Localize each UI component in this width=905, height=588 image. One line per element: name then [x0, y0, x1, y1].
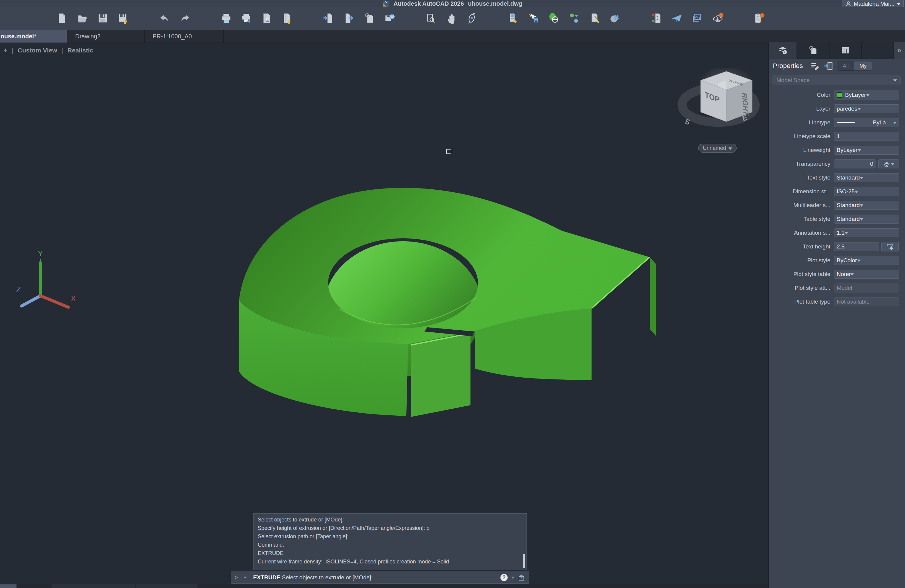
- property-value-select[interactable]: 1:1: [834, 228, 899, 237]
- property-row: Plot style tableNone: [769, 270, 905, 279]
- open-folder-icon[interactable]: [76, 12, 89, 25]
- pick-text-height-button[interactable]: [881, 242, 899, 251]
- save-icon[interactable]: [97, 12, 109, 25]
- file-tab-pr-1-1000-a0[interactable]: PR-1:1000_A0: [145, 30, 224, 43]
- property-row: Plot styleByColor: [769, 256, 905, 265]
- plot-preview-icon[interactable]: [240, 12, 253, 25]
- property-value-select[interactable]: ISO-25: [834, 187, 899, 196]
- import-icon[interactable]: [322, 12, 335, 25]
- tool-palettes-icon[interactable]: [507, 12, 520, 25]
- redo-icon[interactable]: [179, 12, 191, 25]
- property-value-select[interactable]: None: [834, 270, 899, 279]
- transparency-bylayer-button[interactable]: [878, 159, 899, 168]
- attach-icon[interactable]: [363, 12, 376, 25]
- undo-icon[interactable]: [158, 12, 171, 25]
- property-label: Plot table type: [769, 299, 834, 305]
- point-cloud-icon[interactable]: [609, 12, 621, 25]
- cloud-import-icon[interactable]: [711, 12, 724, 25]
- file-tab-ouse-model-[interactable]: ouse.model*: [0, 30, 67, 43]
- zoom-window-icon[interactable]: [425, 12, 438, 25]
- filter-my-button[interactable]: My: [854, 62, 872, 70]
- command-history-line: Command:: [258, 541, 527, 549]
- ucs-x-label: X: [71, 294, 76, 303]
- divider: |: [62, 46, 63, 54]
- command-prompt-icon[interactable]: >_: [235, 574, 242, 581]
- viewport-add-button[interactable]: +: [3, 46, 8, 54]
- new-file-icon[interactable]: [56, 12, 68, 25]
- group-edit-icon[interactable]: [548, 12, 560, 25]
- property-value-select[interactable]: paredes: [834, 104, 899, 113]
- toolbar-group: [220, 12, 294, 25]
- property-value-line[interactable]: ByLa...: [834, 118, 899, 127]
- share-icon[interactable]: [518, 574, 525, 581]
- property-value-select[interactable]: Standard: [834, 201, 899, 210]
- table-grid-icon: [840, 45, 851, 56]
- viewcube-cube[interactable]: TOP RIGHT BACK: [701, 72, 752, 122]
- help-icon[interactable]: ?: [500, 574, 508, 581]
- selection-type-dropdown[interactable]: Model Space: [773, 76, 901, 85]
- status-bar-segment[interactable]: [52, 585, 74, 588]
- plot-icon[interactable]: [220, 12, 233, 25]
- quick-select-icon[interactable]: [527, 12, 540, 25]
- user-account-button[interactable]: Madalena Mar...: [842, 0, 904, 8]
- user-name: Madalena Mar...: [854, 1, 894, 7]
- orbit-icon[interactable]: [466, 12, 478, 25]
- chevron-down-icon: [866, 94, 870, 98]
- export-icon[interactable]: [343, 12, 356, 25]
- tab-properties[interactable]: [769, 42, 797, 59]
- chevron-down-icon[interactable]: [244, 577, 247, 580]
- prompt-text: Select objects to extrude or [MOde]:: [282, 574, 373, 580]
- viewport-style-menu[interactable]: Realistic: [67, 47, 93, 54]
- pan-icon[interactable]: [445, 12, 458, 25]
- quick-access-toolbar: [0, 7, 905, 30]
- scrollbar-thumb[interactable]: [523, 554, 526, 568]
- measure-icon: [886, 242, 894, 251]
- tab-sheet-set[interactable]: [829, 42, 862, 59]
- property-value-select[interactable]: ByColor: [834, 256, 899, 265]
- viewport-view-menu[interactable]: Custom View: [17, 47, 57, 54]
- property-value-measure[interactable]: 2.5: [834, 242, 879, 251]
- file-tab-drawing2[interactable]: Drawing2: [67, 30, 145, 43]
- property-value-select[interactable]: Standard: [834, 215, 899, 224]
- model-viewport[interactable]: + | Custom View | Realistic Y Z X: [0, 43, 768, 585]
- tab-attachments[interactable]: [797, 42, 829, 59]
- command-history-line: EXTRUDE: [258, 549, 527, 558]
- render-window-icon[interactable]: [691, 12, 703, 25]
- property-value-transparency[interactable]: 0: [834, 159, 876, 168]
- status-bar-segment[interactable]: [74, 585, 135, 588]
- chevron-down-icon[interactable]: [511, 577, 514, 580]
- web-save-icon[interactable]: [384, 12, 396, 25]
- layer-compare-icon[interactable]: [650, 12, 663, 25]
- property-row: Dimension st...ISO-25: [769, 187, 905, 196]
- command-prompt-text[interactable]: EXTRUDE Select objects to extrude or [MO…: [253, 574, 373, 581]
- panel-title: Properties: [773, 62, 803, 70]
- status-bar-segment[interactable]: [17, 585, 51, 588]
- property-value-color[interactable]: ByLayer: [834, 91, 899, 100]
- command-line[interactable]: >_ EXTRUDE Select objects to extrude or …: [231, 571, 529, 584]
- save-as-icon[interactable]: [117, 12, 129, 25]
- extruded-solid-model[interactable]: [237, 180, 656, 420]
- property-value-select[interactable]: ByLayer: [834, 146, 899, 155]
- status-bar-segment[interactable]: [136, 585, 197, 588]
- share-icon[interactable]: [671, 12, 683, 25]
- chevron-down-icon: [897, 3, 900, 7]
- filter-all-button[interactable]: All: [837, 62, 854, 70]
- palette-expand-button[interactable]: »: [893, 42, 905, 59]
- plot-edit-icon[interactable]: [281, 12, 294, 25]
- macro-recorder-icon[interactable]: [753, 12, 765, 25]
- collapse-panel-icon[interactable]: [823, 61, 834, 71]
- page-setup-icon[interactable]: [261, 12, 273, 25]
- status-bar-segment[interactable]: [0, 585, 16, 588]
- property-value-input[interactable]: 1: [834, 132, 899, 141]
- named-view-dropdown[interactable]: Unnamed: [698, 144, 737, 153]
- selection-label: Model Space: [776, 77, 810, 84]
- properties-layers-icon: [778, 45, 788, 56]
- named-view-label: Unnamed: [703, 145, 726, 151]
- customize-list-icon[interactable]: [810, 61, 820, 71]
- property-value-select[interactable]: Standard: [834, 173, 899, 182]
- point-convert-icon[interactable]: [568, 12, 581, 25]
- command-history[interactable]: Select objects to extrude or [MOde]:Spec…: [253, 513, 527, 571]
- clean-icon[interactable]: [589, 12, 601, 25]
- chevron-down-icon: [860, 177, 863, 181]
- command-history-line: Select extrusion path or [Taper angle]:: [258, 532, 527, 541]
